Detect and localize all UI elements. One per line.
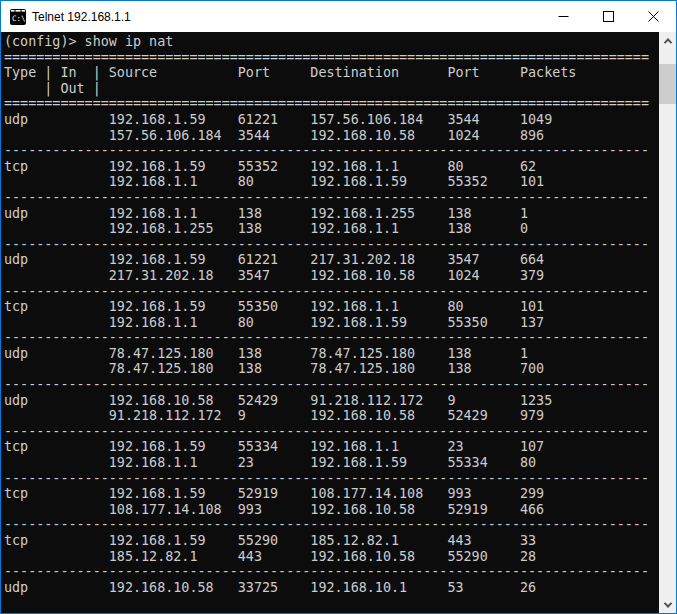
console-app-icon: C:\ <box>10 9 26 25</box>
scroll-up-button[interactable] <box>659 32 676 49</box>
chevron-up-icon <box>663 38 671 46</box>
maximize-icon <box>603 11 614 22</box>
minimize-icon <box>558 11 569 22</box>
close-icon <box>648 11 659 22</box>
terminal-output[interactable]: (config)> show ip nat ==================… <box>1 32 659 613</box>
window-controls <box>541 1 676 32</box>
maximize-button[interactable] <box>586 1 631 32</box>
svg-text:C:\: C:\ <box>12 13 26 22</box>
vertical-scrollbar[interactable] <box>659 32 676 613</box>
minimize-button[interactable] <box>541 1 586 32</box>
scrollbar-thumb[interactable] <box>659 64 676 104</box>
window-title: Telnet 192.168.1.1 <box>32 10 541 24</box>
close-button[interactable] <box>631 1 676 32</box>
chevron-down-icon <box>663 599 671 607</box>
scroll-down-button[interactable] <box>659 596 676 613</box>
telnet-window: C:\ Telnet 192.168.1.1 (config)> s <box>0 0 677 614</box>
titlebar[interactable]: C:\ Telnet 192.168.1.1 <box>1 1 676 32</box>
terminal-body: (config)> show ip nat ==================… <box>1 32 676 613</box>
